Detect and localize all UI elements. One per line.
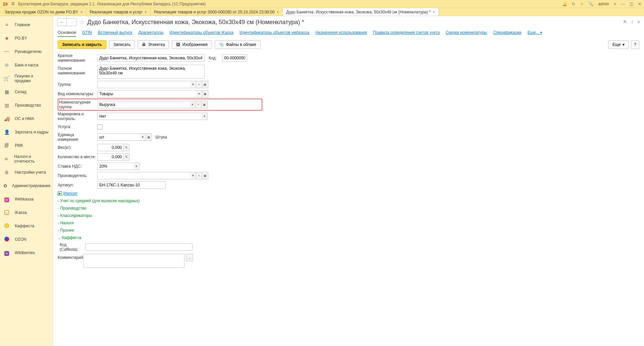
tab-nomenklatura[interactable]: Дудо Банкетка, Искусственная кожа, Экоко…: [283, 8, 439, 16]
sidebar-item-hr[interactable]: 👤Зарплата и кадры: [0, 125, 53, 139]
kebab-icon[interactable]: ⋮: [630, 20, 634, 24]
history-icon[interactable]: ↻: [572, 2, 575, 6]
other-toggle[interactable]: ›Прочее: [58, 227, 639, 234]
sidebar-item-main[interactable]: ≡Главное: [0, 18, 53, 32]
section-tab-counter[interactable]: Встречный выпуск: [98, 29, 132, 37]
save-button[interactable]: Записать: [109, 40, 135, 49]
sidebar-item-assets[interactable]: 🚚ОС и НМА: [0, 112, 53, 125]
favorite-icon[interactable]: ☆: [79, 18, 85, 26]
section-tab-discounts[interactable]: Скидки номенклатуры: [446, 29, 487, 37]
dropdown-icon[interactable]: ▼: [190, 101, 196, 108]
sidebar-item-rmk[interactable]: 🗐РМК: [0, 139, 53, 152]
open-icon[interactable]: ▣: [202, 81, 208, 88]
short-name-input[interactable]: [97, 54, 205, 62]
import-toggle[interactable]: ▶ Импорт: [58, 190, 639, 197]
settings-icon[interactable]: ≡: [614, 2, 616, 6]
tab-ozon-load[interactable]: Загрузка продаж OZON по дням PO.BY×: [1, 8, 86, 16]
dropdown-icon[interactable]: ▼: [190, 172, 196, 179]
classifiers-toggle[interactable]: ›Классификаторы: [58, 212, 639, 219]
sidebar-item-wildberries[interactable]: WWildberries: [0, 246, 53, 260]
service-checkbox[interactable]: [97, 124, 102, 129]
expand-comment-button[interactable]: …: [186, 254, 193, 261]
bell-icon[interactable]: 🔔: [562, 2, 567, 6]
sidebar-item-production[interactable]: ▥Производство: [0, 99, 53, 112]
sidebar-item-caffesta[interactable]: Каффеста: [0, 219, 53, 233]
caffesta-toggle[interactable]: ⌄Каффеста: [58, 234, 639, 241]
dropdown-icon[interactable]: ▼: [202, 113, 208, 120]
sidebar-item-manager[interactable]: 〰Руководителю: [0, 45, 53, 58]
avg-toggle[interactable]: ›Учет по средней (для выписки накладных): [58, 197, 639, 205]
back-button[interactable]: ←: [57, 18, 67, 26]
menu-icon[interactable]: ≡: [11, 0, 15, 7]
spinner-icon[interactable]: ⇅: [123, 153, 129, 161]
tab-close-icon[interactable]: ×: [145, 10, 147, 14]
forward-button[interactable]: →: [67, 18, 76, 26]
sidebar-item-admin[interactable]: ✿Администрирование: [0, 179, 53, 192]
section-tab-accounts[interactable]: Правила определения счетов учета: [373, 29, 440, 37]
unit-input[interactable]: [97, 133, 140, 141]
section-tab-specs[interactable]: Спецификации: [493, 29, 521, 37]
weight-input[interactable]: [97, 144, 123, 151]
section-tab-gtin[interactable]: GTIN: [82, 29, 92, 37]
images-button[interactable]: 🖼Изображения: [172, 40, 212, 49]
link-icon[interactable]: ⇱: [624, 20, 627, 24]
minimize-icon[interactable]: —: [621, 2, 625, 6]
sidebar-item-taxes[interactable]: ArНалоги и отчетность: [0, 152, 53, 166]
user-label[interactable]: admin: [598, 2, 609, 6]
caffesta-code-input[interactable]: [85, 243, 193, 251]
close-panel-icon[interactable]: ×: [638, 20, 640, 24]
sidebar-item-bank[interactable]: ⊝Банк и касса: [0, 58, 53, 72]
marking-input[interactable]: [97, 113, 202, 120]
section-tab-webkassa[interactable]: Идентификаторы объектов webkassa: [239, 29, 309, 37]
cloud-files-button[interactable]: 📎Файлы в облаке: [215, 40, 261, 49]
star-icon[interactable]: ☆: [580, 2, 584, 6]
dropdown-icon[interactable]: ▼: [196, 90, 202, 98]
tab-realizacia-260[interactable]: Реализация товаров и услуг 0000-000260 о…: [151, 8, 283, 16]
sidebar-item-webkassa[interactable]: WWebkassa: [0, 192, 53, 206]
tab-close-icon[interactable]: ×: [433, 10, 435, 14]
more-button[interactable]: Еще ▾: [608, 40, 629, 49]
close-icon[interactable]: ✕: [638, 2, 641, 6]
section-tab-metals[interactable]: Драгметаллы: [138, 29, 163, 37]
open-icon[interactable]: ▣: [202, 101, 208, 108]
tab-realizacia[interactable]: Реализация товаров и услуг×: [86, 8, 150, 16]
code-input[interactable]: [222, 54, 247, 62]
maker-input[interactable]: [97, 172, 190, 179]
dropdown-icon[interactable]: ▼: [133, 163, 140, 170]
import-link[interactable]: Импорт: [63, 191, 77, 196]
dropdown-icon[interactable]: ▼: [140, 133, 146, 141]
tab-close-icon[interactable]: ×: [277, 10, 279, 14]
full-name-input[interactable]: [97, 65, 205, 79]
save-close-button[interactable]: Записать и закрыть: [58, 40, 106, 49]
open-icon[interactable]: ▣: [202, 172, 208, 179]
sidebar-item-sales[interactable]: 🛒Покупки и продажи: [0, 72, 53, 85]
maximize-icon[interactable]: ◫: [630, 2, 633, 6]
qty-input[interactable]: [97, 153, 123, 161]
section-tab-main[interactable]: Основное: [58, 29, 76, 37]
sidebar-item-settings[interactable]: 🗎Настройки учета: [0, 166, 53, 179]
kind-input[interactable]: [97, 90, 196, 98]
taxes-toggle[interactable]: ›Налоги: [58, 219, 639, 227]
group-input[interactable]: [97, 81, 190, 88]
open-icon[interactable]: ▣: [202, 90, 208, 98]
clear-icon[interactable]: ×: [196, 172, 202, 179]
section-tab-more[interactable]: Еще... ▾: [528, 29, 542, 37]
sidebar-item-poby[interactable]: ★PO.BY: [0, 32, 53, 45]
vat-input[interactable]: [97, 163, 133, 170]
tab-close-icon[interactable]: ×: [80, 10, 83, 14]
clear-icon[interactable]: ×: [196, 81, 202, 88]
section-tab-usage[interactable]: Назначения использования: [315, 29, 367, 37]
spinner-icon[interactable]: ⇅: [123, 144, 129, 151]
help-button[interactable]: ?: [631, 40, 639, 49]
open-icon[interactable]: ▣: [146, 133, 152, 141]
comment-input[interactable]: [83, 254, 184, 268]
sidebar-item-ozon[interactable]: OZON: [0, 233, 53, 246]
section-tab-ikassa[interactable]: Идентификаторы объектов iKassa: [169, 29, 233, 37]
sidebar-item-stock[interactable]: ▦Склад: [0, 85, 53, 99]
label-button[interactable]: 🖶Этикетка: [138, 40, 169, 49]
production-toggle[interactable]: ›Производство: [58, 205, 639, 212]
search-icon[interactable]: 🔍: [588, 2, 593, 6]
sidebar-item-ikassa[interactable]: KiKassa: [0, 206, 53, 219]
nomgroup-input[interactable]: [97, 101, 190, 108]
clear-icon[interactable]: ×: [196, 101, 202, 108]
